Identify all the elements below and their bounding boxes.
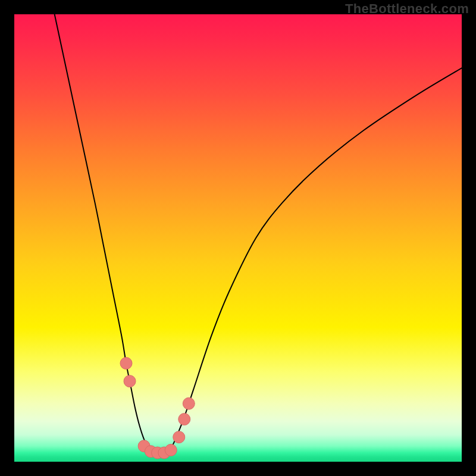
curve-marker — [178, 414, 190, 425]
curve-svg — [14, 14, 462, 462]
plot-area — [14, 14, 462, 462]
curve-marker — [173, 431, 185, 443]
curve-marker — [120, 358, 132, 369]
curve-marker — [165, 444, 177, 456]
curve-marker — [183, 397, 195, 409]
bottleneck-curve-line — [55, 14, 462, 453]
curve-markers — [120, 358, 195, 459]
curve-marker — [124, 375, 136, 387]
chart-container: TheBottleneck.com — [0, 0, 476, 476]
